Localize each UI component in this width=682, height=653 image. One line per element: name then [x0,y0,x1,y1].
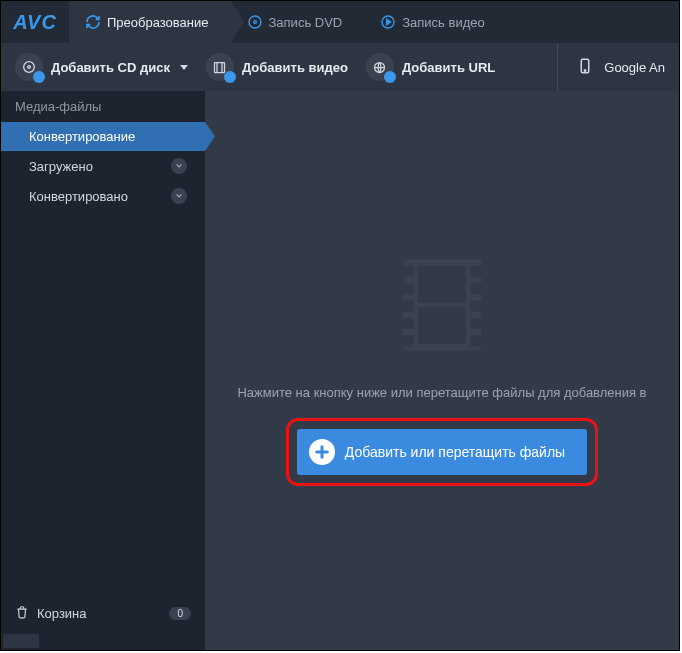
disc-add-icon [15,53,43,81]
play-circle-icon [380,14,396,30]
tab-label: Преобразование [107,15,209,30]
button-label: Добавить видео [242,60,348,75]
film-placeholder-icon [398,255,486,359]
sidebar-item-label: Конвертирование [29,129,135,144]
app-logo: AVC [1,1,69,43]
button-label: Добавить или перетащить файлы [345,444,565,460]
svg-rect-5 [215,62,225,72]
chevron-badge-icon [171,188,187,204]
svg-rect-10 [403,266,414,277]
refresh-icon [85,14,101,30]
plus-circle-icon [309,439,335,465]
svg-rect-21 [418,307,466,344]
footer-stub [3,634,39,648]
sidebar-item-label: Конвертировано [29,189,128,204]
trash-icon [15,605,29,622]
svg-rect-12 [403,301,414,312]
sidebar-item-label: Загружено [29,159,93,174]
button-label: Добавить URL [402,60,495,75]
svg-point-3 [24,62,35,73]
svg-rect-19 [470,335,481,346]
svg-point-1 [253,21,256,24]
add-video-button[interactable]: Добавить видео [206,53,348,81]
svg-point-4 [28,66,31,69]
trash-count: 0 [169,607,191,620]
dropzone-hint: Нажмите на кнопку ниже или перетащите фа… [237,385,646,400]
sidebar-section-title: Медиа-файлы [1,91,205,122]
svg-rect-17 [470,301,481,312]
app-window: AVC Преобразование Запись DVD Запись вид… [0,0,680,651]
chevron-down-icon [180,65,188,70]
trash-button[interactable]: Корзина 0 [1,593,205,634]
svg-rect-14 [403,335,414,346]
sidebar-spacer [1,211,205,593]
toolbar: Добавить CD диск Добавить видео Добавить… [1,43,679,91]
tab-label: Запись видео [402,15,484,30]
svg-rect-15 [470,266,481,277]
body: Медиа-файлы Конвертирование Загружено Ко… [1,91,679,650]
highlight-frame: Добавить или перетащить файлы [286,418,598,486]
tab-dvd[interactable]: Запись DVD [231,1,365,43]
add-url-button[interactable]: Добавить URL [366,53,495,81]
svg-point-0 [249,16,261,28]
tab-label: Запись DVD [269,15,343,30]
sidebar-item-downloaded[interactable]: Загружено [1,151,205,181]
tab-convert[interactable]: Преобразование [69,1,231,43]
chevron-badge-icon [171,158,187,174]
phone-icon [576,54,594,81]
film-add-icon [206,53,234,81]
trash-label: Корзина [37,606,87,621]
svg-rect-13 [403,318,414,329]
add-cd-button[interactable]: Добавить CD диск [15,53,188,81]
device-label: Google An [604,60,665,75]
device-selector[interactable]: Google An [557,43,665,91]
svg-rect-20 [418,266,466,303]
sidebar-item-converting[interactable]: Конвертирование [1,122,205,151]
tabbar: AVC Преобразование Запись DVD Запись вид… [1,1,679,43]
svg-rect-11 [403,283,414,294]
add-files-button[interactable]: Добавить или перетащить файлы [297,429,587,475]
globe-add-icon [366,53,394,81]
tab-record[interactable]: Запись видео [364,1,506,43]
disc-icon [247,14,263,30]
main-canvas: Нажмите на кнопку ниже или перетащите фа… [205,91,679,650]
button-label: Добавить CD диск [51,60,170,75]
svg-rect-16 [470,283,481,294]
sidebar: Медиа-файлы Конвертирование Загружено Ко… [1,91,205,650]
sidebar-item-converted[interactable]: Конвертировано [1,181,205,211]
svg-rect-18 [470,318,481,329]
svg-point-8 [585,69,587,71]
